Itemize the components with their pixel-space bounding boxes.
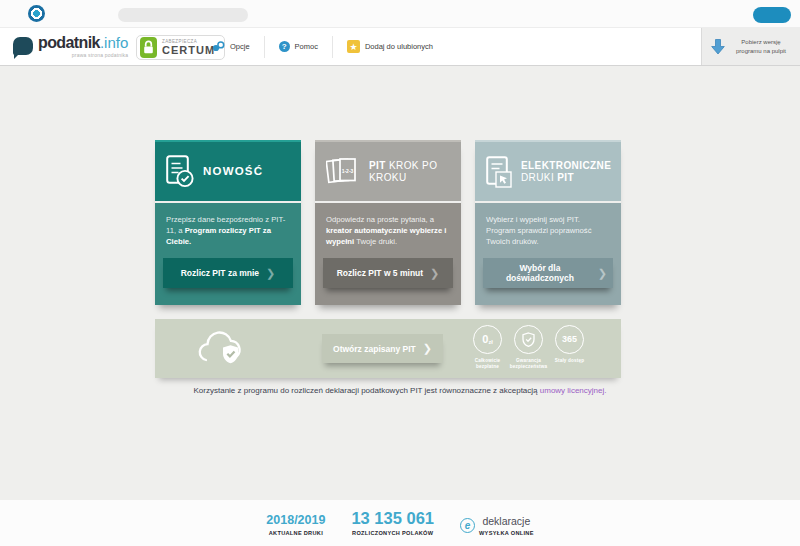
saved-pit-banner: Otwórz zapisany PIT ❯ 0zł Całkowicie bez… [155,319,621,378]
svg-text:1-2-3: 1-2-3 [342,168,354,174]
license-note: Korzystanie z programu do rozliczeń dekl… [0,386,800,395]
card-title-bold2: PIT [557,172,574,183]
pages-123-icon: 1-2-3 [326,156,360,187]
cloud-shield-check-icon [193,327,251,371]
download-arrow-icon [711,39,725,55]
card-description: Wybierz i wypełnij swój PIT. Program spr… [486,215,610,247]
otworz-zapisany-pit-button[interactable]: Otwórz zapisany PIT ❯ [322,334,443,363]
card-title-bold: ELEKTRONICZNE [521,160,611,171]
feature-cards: NOWOŚĆ Przepisz dane bezpośrednio z PIT-… [155,140,621,305]
chevron-right-icon: ❯ [598,267,607,280]
license-link[interactable]: umowy licencyjnej. [540,386,607,395]
chevron-right-icon: ❯ [266,267,275,280]
wybor-dla-doswiadczonych-button[interactable]: Wybór dla doświadczonych ❯ [483,258,613,288]
card-nowosc: NOWOŚĆ Przepisz dane bezpośrednio z PIT-… [155,140,301,305]
download-label: Pobierz wersję programu na pulpit [731,38,791,54]
button-label: Rozlicz PIT w 5 minut [337,268,423,278]
app-window: podatnik.info prawa strona podatnika ZAB… [0,0,800,546]
card-pit-krok-po-kroku: 1-2-3 PIT KROK PO KROKU Odpowiedz na pro… [315,140,461,305]
button-label: Otwórz zapisany PIT [333,344,416,354]
shield-check-icon [522,332,535,347]
window-control-button[interactable] [753,7,791,23]
card-header: ELEKTRONICZNE DRUKI PIT [475,140,621,201]
card-title: NOWOŚĆ [203,165,263,179]
card-title: PIT KROK PO KROKU [369,160,450,184]
menu-item-label: Opcje [230,42,250,51]
card-header: NOWOŚĆ [155,140,301,201]
podatnik-logo[interactable]: podatnik.info prawa strona podatnika [13,35,128,58]
rozlicz-pit-za-mnie-button[interactable]: Rozlicz PIT za mnie ❯ [163,258,293,288]
menu-item-label: Pomoc [295,42,318,51]
lock-icon [140,37,157,58]
card-body: Przepisz dane bezpośrednio z PIT-11, a P… [155,203,301,305]
chevron-right-icon: ❯ [423,342,432,355]
badge-free: 0zł Całkowicie bezpłatne [471,325,504,369]
e-deklaracje-logo: e deklaracje WYSYŁKA ONLINE [460,516,534,536]
browser-chrome [0,0,800,28]
speech-bubble-icon [13,37,33,55]
app-logo-icon[interactable] [28,5,45,22]
button-label: Wybór dla doświadczonych [489,263,591,283]
card-header: 1-2-3 PIT KROK PO KROKU [315,140,461,201]
logo-name: podatnik [38,34,100,51]
header: podatnik.info prawa strona podatnika ZAB… [0,28,800,66]
card-description: Odpowiedz na proste pytania, a kreator a… [326,215,450,247]
card-elektroniczne-druki-pit: ELEKTRONICZNE DRUKI PIT Wybierz i wypełn… [475,140,621,305]
badge-label: Całkowicie bezpłatne [471,358,504,369]
badge-label: Gwarancja bezpieczeństwa [510,358,548,369]
footer-stats: 2018/2019 AKTUALNE DRUKI 13 135 061 ROZL… [0,500,800,536]
badge-365-icon: 365 [555,325,584,354]
badge-access: 365 Stały dostęp [553,325,586,369]
button-label: Rozlicz PIT za mnie [181,268,259,278]
card-body: Odpowiedz na proste pytania, a kreator a… [315,203,461,305]
benefit-badges: 0zł Całkowicie bezpłatne Gwarancja bezpi… [471,325,586,369]
card-title-regular: DRUKI [521,172,557,183]
badge-security: Gwarancja bezpieczeństwa [512,325,545,369]
zero-zl-badge-icon: 0zł [473,325,502,354]
help-icon: ? [279,41,290,52]
stat-rozliczonych-polakow: 13 135 061 ROZLICZONYCH POLAKÓW [351,510,434,536]
rozlicz-pit-w-5-minut-button[interactable]: Rozlicz PIT w 5 minut ❯ [323,258,453,288]
card-description: Przepisz dane bezpośrednio z PIT-11, a P… [166,215,290,247]
star-icon: ★ [347,40,360,53]
stat-e-deklaracje: e deklaracje WYSYŁKA ONLINE [460,516,534,536]
logo-text: podatnik.info prawa strona podatnika [38,35,128,58]
logo-tagline: prawa strona podatnika [38,53,128,58]
footer: 2018/2019 AKTUALNE DRUKI 13 135 061 ROZL… [0,500,800,546]
menu-item-dodaj-do-ulubionych[interactable]: ★ Dodaj do ulubionych [333,36,447,58]
download-desktop-button[interactable]: Pobierz wersję programu na pulpit [701,28,800,65]
chevron-right-icon: ❯ [430,267,439,280]
document-cursor-icon [486,156,512,188]
logo-tld: .info [100,34,128,51]
card-title: ELEKTRONICZNE DRUKI PIT [521,160,611,184]
stat-aktualne-druki: 2018/2019 AKTUALNE DRUKI [266,514,325,536]
card-title-bold: NOWOŚĆ [203,165,263,177]
menu-item-label: Dodaj do ulubionych [365,42,433,51]
card-title-bold: PIT [369,160,386,171]
menu-item-opcje[interactable]: Opcje [198,36,265,58]
card-body: Wybierz i wypełnij swój PIT. Program spr… [475,203,621,305]
shield-check-badge-icon [514,325,543,354]
address-bar[interactable] [118,8,248,22]
options-icon [212,41,225,52]
badge-label: Stały dostęp [555,358,585,364]
header-menu: Opcje ? Pomoc ★ Dodaj do ulubionych [198,28,447,65]
checklist-check-icon [166,155,194,188]
menu-item-pomoc[interactable]: ? Pomoc [265,36,333,58]
e-deklaracje-icon: e [460,518,475,533]
